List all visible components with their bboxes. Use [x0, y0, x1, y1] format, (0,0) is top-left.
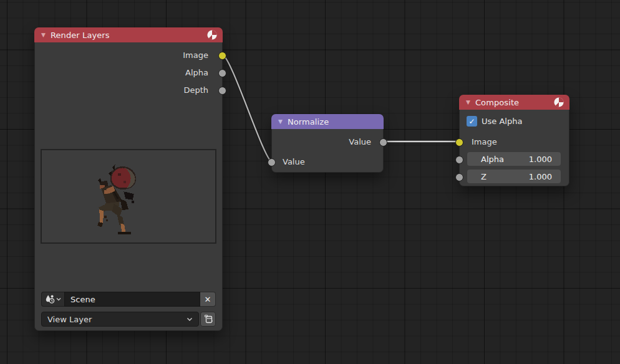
- scene-name-field[interactable]: Scene: [64, 292, 200, 307]
- close-icon: ✕: [205, 295, 211, 304]
- scene-name-value: Scene: [70, 295, 95, 304]
- noodle-image-to-normalize[interactable]: [223, 55, 271, 161]
- scene-icon: [45, 294, 56, 305]
- alpha-field-value: 1.000: [529, 155, 552, 164]
- chevron-down-icon: [56, 297, 61, 301]
- collapse-arrow-icon[interactable]: ▼: [466, 100, 470, 105]
- node-editor-canvas[interactable]: ▼ Render Layers Image Alpha Depth: [0, 0, 620, 364]
- chevron-down-icon: [186, 317, 193, 322]
- node-title: Normalize: [288, 117, 329, 127]
- output-label-alpha: Alpha: [185, 67, 208, 79]
- view-layer-select[interactable]: View Layer: [41, 312, 199, 327]
- composite-header[interactable]: ▼ Composite: [459, 95, 569, 110]
- socket-image-output[interactable]: [218, 52, 226, 60]
- normalize-header[interactable]: ▼ Normalize: [271, 114, 384, 129]
- node-normalize[interactable]: ▼ Normalize Value Value: [271, 114, 384, 173]
- node-title: Composite: [475, 98, 519, 107]
- socket-alpha-output[interactable]: [218, 69, 226, 77]
- preview-character-image: [42, 150, 215, 242]
- scene-browse-button[interactable]: [41, 292, 64, 307]
- use-alpha-label: Use Alpha: [482, 117, 522, 126]
- output-label-value: Value: [349, 136, 371, 148]
- render-result-sphere-icon: [553, 97, 564, 108]
- z-field-value: 1.000: [529, 172, 552, 181]
- input-label-image: Image: [472, 136, 497, 148]
- socket-value-output[interactable]: [379, 138, 387, 146]
- alpha-field-label: Alpha: [476, 155, 504, 164]
- collapse-arrow-icon[interactable]: ▼: [41, 32, 46, 38]
- render-layers-icon: [203, 314, 213, 324]
- scene-unlink-button[interactable]: ✕: [200, 292, 216, 307]
- alpha-value-field[interactable]: Alpha 1.000: [467, 152, 561, 166]
- node-title: Render Layers: [51, 31, 110, 40]
- socket-alpha-input[interactable]: [455, 156, 463, 164]
- input-label-value: Value: [283, 156, 305, 168]
- render-layers-header[interactable]: ▼ Render Layers: [34, 27, 223, 42]
- z-value-field[interactable]: Z 1.000: [467, 170, 561, 183]
- use-alpha-checkbox[interactable]: ✓: [467, 116, 477, 127]
- socket-z-input[interactable]: [455, 173, 463, 181]
- node-composite[interactable]: ▼ Composite ✓ Use Alpha Image Alpha 1.00…: [459, 95, 569, 186]
- check-icon: ✓: [468, 118, 475, 125]
- render-result-sphere-icon: [206, 29, 218, 41]
- z-field-label: Z: [476, 172, 487, 181]
- socket-value-input[interactable]: [268, 158, 276, 166]
- socket-depth-output[interactable]: [218, 87, 226, 95]
- render-single-layer-button[interactable]: [200, 312, 216, 327]
- output-label-image: Image: [183, 49, 208, 62]
- view-layer-value: View Layer: [47, 315, 92, 324]
- collapse-arrow-icon[interactable]: ▼: [278, 119, 283, 125]
- output-label-depth: Depth: [183, 84, 208, 97]
- node-render-layers[interactable]: ▼ Render Layers Image Alpha Depth: [34, 27, 223, 331]
- render-preview-image: [41, 149, 216, 244]
- socket-image-input[interactable]: [455, 138, 463, 146]
